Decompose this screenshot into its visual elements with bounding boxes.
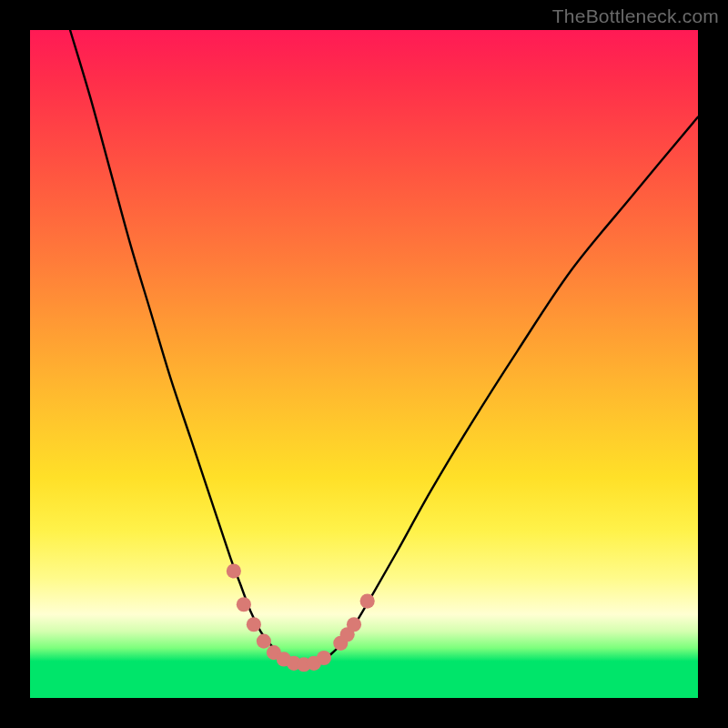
marker-point	[237, 597, 251, 612]
chart-frame: TheBottleneck.com	[0, 0, 728, 728]
marker-point	[317, 651, 331, 665]
marker-point	[247, 617, 261, 632]
marker-point	[227, 563, 241, 578]
marker-point	[360, 594, 375, 609]
bottleneck-curve	[70, 30, 698, 665]
watermark-text: TheBottleneck.com	[552, 5, 719, 27]
curve-layer	[30, 30, 698, 698]
marker-point	[347, 617, 361, 632]
marker-point	[257, 634, 271, 649]
curve-markers	[227, 563, 375, 672]
